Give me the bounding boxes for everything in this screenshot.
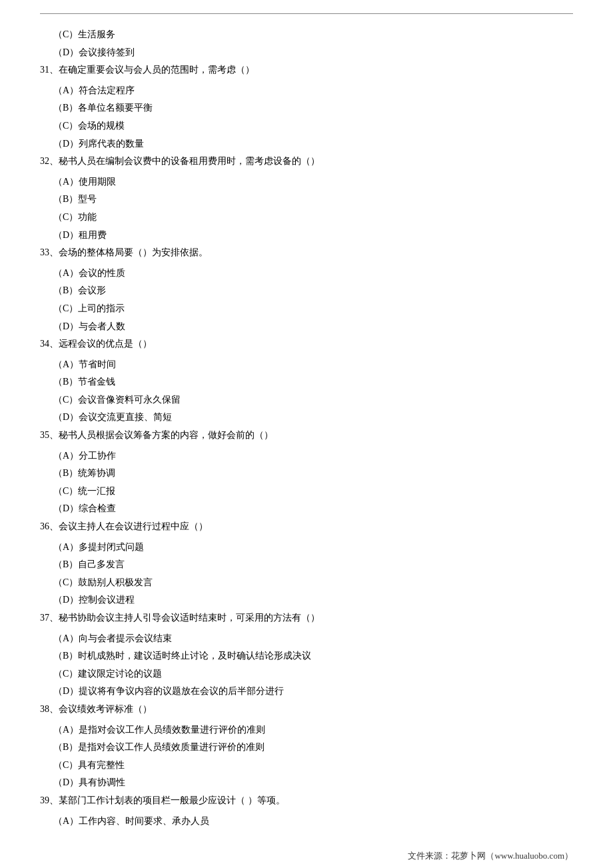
footer-text: 文件来源：花萝卜网（www.hualuobo.com） <box>408 851 573 861</box>
question-title: 37、秘书协助会议主持人引导会议适时结束时，可采用的方法有（） <box>40 609 573 627</box>
question-title: 36、会议主持人在会议进行过程中应（） <box>40 518 573 536</box>
option-item: （D）会议接待签到 <box>40 44 573 62</box>
option-item: （A）工作内容、时间要求、承办人员 <box>40 813 573 831</box>
option-item: （D）具有协调性 <box>40 774 573 792</box>
option-item: （D）提议将有争议内容的议题放在会议的后半部分进行 <box>40 683 573 701</box>
option-item: （C）上司的指示 <box>40 300 573 318</box>
option-item: （B）各单位名额要平衡 <box>40 99 573 117</box>
question-title: 34、远程会议的优点是（） <box>40 335 573 353</box>
option-item: （C）生活服务 <box>40 26 573 44</box>
option-item: （D）租用费 <box>40 227 573 245</box>
option-item: （A）向与会者提示会议结束 <box>40 630 573 648</box>
option-item: （C）会场的规模 <box>40 117 573 135</box>
question-title: 32、秘书人员在编制会议费中的设备租用费用时，需考虑设备的（） <box>40 153 573 171</box>
option-item: （A）多提封闭式问题 <box>40 539 573 557</box>
option-item: （C）统一汇报 <box>40 483 573 501</box>
question-title: 35、秘书人员根据会议筹备方案的内容，做好会前的（） <box>40 427 573 445</box>
footer: 文件来源：花萝卜网（www.hualuobo.com） <box>40 850 573 862</box>
option-item: （C）鼓励别人积极发言 <box>40 574 573 592</box>
option-item: （D）会议交流更直接、简短 <box>40 409 573 427</box>
option-item: （A）符合法定程序 <box>40 82 573 100</box>
option-item: （B）统筹协调 <box>40 465 573 483</box>
option-item: （C）功能 <box>40 209 573 227</box>
option-item: （B）自己多发言 <box>40 556 573 574</box>
option-item: （D）控制会议进程 <box>40 591 573 609</box>
option-item: （C）会议音像资料可永久保留 <box>40 391 573 409</box>
option-item: （C）建议限定讨论的议题 <box>40 665 573 683</box>
option-item: （B）会议形 <box>40 282 573 300</box>
option-item: （D）综合检查 <box>40 500 573 518</box>
option-item: （C）具有完整性 <box>40 757 573 775</box>
top-divider <box>40 13 573 14</box>
option-item: （B）节省金钱 <box>40 373 573 391</box>
option-item: （B）型号 <box>40 191 573 209</box>
option-item: （A）节省时间 <box>40 356 573 374</box>
option-item: （A）是指对会议工作人员绩效数量进行评价的准则 <box>40 721 573 739</box>
content-area: （C）生活服务（D）会议接待签到31、在确定重要会议与会人员的范围时，需考虑（）… <box>40 26 573 830</box>
option-item: （B）时机成熟时，建议适时终止讨论，及时确认结论形成决议 <box>40 647 573 665</box>
option-item: （B）是指对会议工作人员绩效质量进行评价的准则 <box>40 739 573 757</box>
option-item: （A）分工协作 <box>40 447 573 465</box>
option-item: （A）使用期限 <box>40 173 573 191</box>
question-title: 33、会场的整体格局要（）为安排依据。 <box>40 244 573 262</box>
option-item: （D）与会者人数 <box>40 318 573 336</box>
question-title: 39、某部门工作计划表的项目栏一般最少应设计（ ）等项。 <box>40 792 573 810</box>
question-title: 38、会议绩效考评标准（） <box>40 701 573 719</box>
option-item: （D）列席代表的数量 <box>40 135 573 153</box>
option-item: （A）会议的性质 <box>40 265 573 283</box>
question-title: 31、在确定重要会议与会人员的范围时，需考虑（） <box>40 61 573 79</box>
